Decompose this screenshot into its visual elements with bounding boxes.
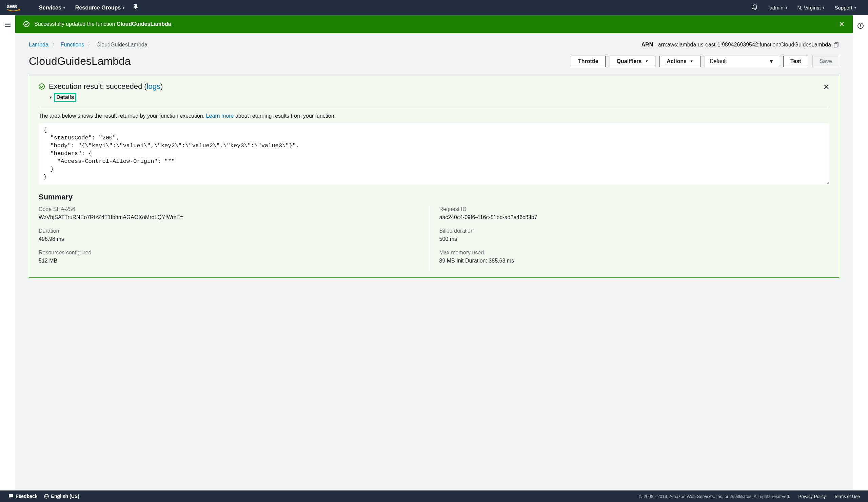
- breadcrumb-lambda[interactable]: Lambda: [29, 42, 49, 48]
- summary-item: Code SHA-256 WzVhjSATTruRNEo7RIzZ4T1Ibhm…: [39, 206, 419, 221]
- footer: Feedback English (US) © 2008 - 2019, Ama…: [0, 491, 868, 502]
- arn-display: ARN - arn:aws:lambda:us-east-1:989426939…: [641, 42, 839, 48]
- left-gutter: [0, 15, 15, 491]
- right-gutter: i: [853, 15, 868, 491]
- summary-grid: Code SHA-256 WzVhjSATTruRNEo7RIzZ4T1Ibhm…: [39, 206, 829, 272]
- banner-text: Successfully updated the function CloudG…: [34, 21, 173, 27]
- chevron-down-icon: ▾: [786, 6, 787, 10]
- throttle-button[interactable]: Throttle: [571, 55, 606, 67]
- summary-item: Billed duration 500 ms: [440, 228, 819, 242]
- breadcrumb-functions[interactable]: Functions: [61, 42, 84, 48]
- menu-icon[interactable]: [5, 23, 11, 27]
- privacy-link[interactable]: Privacy Policy: [798, 494, 826, 499]
- chevron-right-icon: 〉: [87, 41, 93, 48]
- nav-resource-groups-label: Resource Groups: [75, 5, 121, 11]
- caret-down-icon: ▼: [49, 95, 53, 99]
- summary-item: Request ID aac240c4-09f6-416c-81bd-ad2e4…: [440, 206, 819, 221]
- result-output[interactable]: { "statusCode": "200", "body": "{\"key1\…: [39, 123, 829, 185]
- actions-button[interactable]: Actions▼: [660, 55, 701, 67]
- nav-region[interactable]: N. Virginia ▾: [792, 5, 830, 11]
- feedback-link[interactable]: Feedback: [8, 493, 38, 499]
- details-toggle[interactable]: ▼ Details: [49, 93, 76, 102]
- arn-value: arn:aws:lambda:us-east-1:989426939542:fu…: [658, 42, 831, 48]
- aws-logo[interactable]: aws: [7, 3, 24, 13]
- notifications-icon[interactable]: [752, 4, 758, 11]
- svg-text:aws: aws: [7, 3, 17, 9]
- nav-user[interactable]: admin ▾: [765, 5, 792, 11]
- copy-icon[interactable]: [834, 42, 839, 48]
- caret-down-icon: ▼: [645, 59, 648, 63]
- check-circle-icon: [23, 21, 30, 27]
- summary-item: Resources configured 512 MB: [39, 250, 419, 264]
- execution-result-panel: Execution result: succeeded (logs) ▼ Det…: [29, 76, 839, 278]
- language-select[interactable]: English (US): [44, 493, 79, 499]
- chevron-down-icon: ▾: [123, 6, 124, 10]
- execution-description: The area below shows the result returned…: [39, 108, 829, 119]
- test-event-select[interactable]: Default▼: [705, 55, 779, 67]
- nav-services[interactable]: Services ▾: [34, 5, 70, 11]
- nav-user-label: admin: [770, 5, 784, 11]
- copyright: © 2008 - 2019, Amazon Web Services, Inc.…: [639, 494, 790, 499]
- terms-link[interactable]: Terms of Use: [834, 494, 860, 499]
- nav-support[interactable]: Support ▾: [829, 5, 861, 11]
- info-icon[interactable]: i: [857, 23, 864, 29]
- main-content: Successfully updated the function CloudG…: [15, 15, 853, 491]
- summary-item: Duration 496.98 ms: [39, 228, 419, 242]
- nav-support-label: Support: [835, 5, 852, 11]
- test-button[interactable]: Test: [783, 55, 808, 67]
- success-banner: Successfully updated the function CloudG…: [15, 15, 853, 33]
- execution-title: Execution result: succeeded (logs): [49, 82, 819, 91]
- caret-down-icon: ▼: [690, 59, 693, 63]
- summary-item: Max memory used 89 MB Init Duration: 385…: [440, 250, 819, 264]
- summary-title: Summary: [39, 193, 829, 202]
- svg-rect-2: [834, 43, 837, 47]
- check-circle-icon: [39, 83, 45, 90]
- details-label[interactable]: Details: [54, 93, 76, 102]
- close-icon[interactable]: ✕: [823, 83, 829, 92]
- chevron-down-icon: ▾: [63, 6, 65, 10]
- pin-icon[interactable]: [133, 4, 138, 11]
- close-icon[interactable]: ✕: [839, 20, 845, 28]
- qualifiers-button[interactable]: Qualifiers▼: [610, 55, 656, 67]
- breadcrumb-current: CloudGuidesLambda: [96, 42, 147, 48]
- chevron-right-icon: 〉: [52, 41, 57, 48]
- page-title: CloudGuidesLambda: [29, 55, 567, 68]
- chevron-down-icon: ▾: [823, 6, 824, 10]
- breadcrumb: Lambda 〉 Functions 〉 CloudGuidesLambda: [29, 41, 147, 48]
- caret-down-icon: ▼: [769, 58, 774, 64]
- learn-more-link[interactable]: Learn more: [206, 113, 234, 119]
- chevron-down-icon: ▾: [855, 6, 856, 10]
- nav-region-label: N. Virginia: [797, 5, 821, 11]
- save-button: Save: [813, 55, 839, 67]
- nav-resource-groups[interactable]: Resource Groups ▾: [70, 5, 130, 11]
- top-nav: aws Services ▾ Resource Groups ▾ admin ▾…: [0, 0, 868, 15]
- nav-services-label: Services: [39, 5, 61, 11]
- logs-link[interactable]: logs: [147, 82, 161, 91]
